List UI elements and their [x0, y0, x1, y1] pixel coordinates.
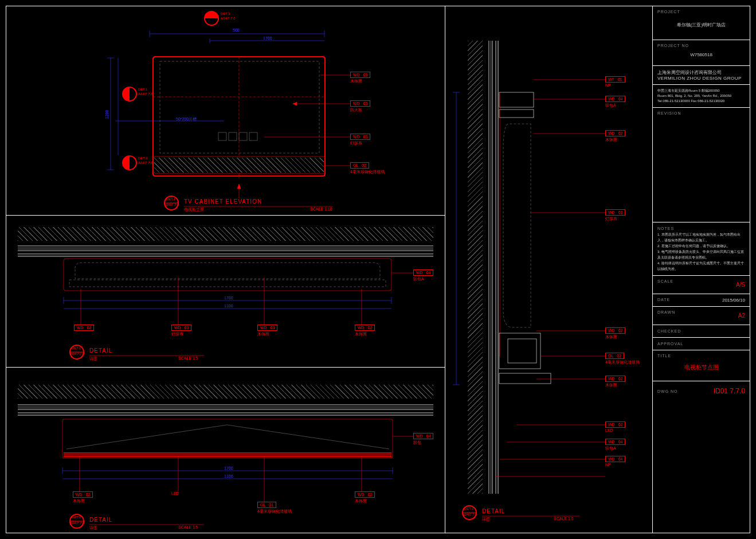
tag-d9s: 软包A	[605, 446, 616, 451]
drawn-label: DRAWN	[657, 310, 675, 321]
svg-rect-62	[499, 373, 551, 384]
marker-top-r: A04/7.7.0	[221, 17, 236, 21]
marker-top	[204, 11, 219, 26]
tag-d2: WD04	[605, 96, 625, 102]
svg-rect-58	[499, 92, 534, 107]
dim-w1: 500	[233, 28, 240, 32]
svg-rect-10	[160, 61, 319, 153]
svg-rect-14	[229, 132, 237, 140]
tag-c1s: 软包	[413, 440, 421, 446]
tag-c2s: 木饰面	[73, 498, 85, 504]
tag-d1s: NP	[605, 83, 611, 87]
v4-sub: 详图	[482, 517, 490, 522]
firm-cn: 上海朱周空间设计咨询有限公司	[657, 69, 745, 76]
hatch-base	[154, 158, 324, 173]
view3: 1700 1100 WD04软包 WD02木饰面 GL014毫米厚钢化清玻璃 W…	[6, 368, 445, 534]
v2-mid: 1700	[224, 296, 233, 300]
tag-d1: WT01	[605, 76, 625, 83]
svg-rect-60	[499, 333, 540, 369]
tag-b4s: 木饰面	[355, 331, 367, 337]
view1-svg	[6, 6, 445, 216]
svg-rect-61	[508, 339, 536, 363]
v2-sub: 详图	[89, 356, 97, 362]
tag-a2: WD03	[350, 100, 370, 107]
v4-title: DETAIL	[482, 508, 505, 514]
v2-ref: A04/7.7.0	[70, 352, 85, 356]
tag-c1: WD04	[413, 433, 433, 439]
tag-a1: WD03	[350, 72, 370, 78]
dwgno-label: DWG NO	[657, 389, 678, 393]
view2: 1700 1100 WD02 WD03灯膜布 WD03木饰面 WD02木饰面 W…	[6, 216, 445, 368]
addr2: Room 801, Bldg. 2, No. 285, YanAn Rd., 2…	[657, 93, 745, 99]
v3-mid: 1700	[224, 466, 233, 470]
date-val: 2015/06/10	[722, 298, 745, 303]
v1-scale: SCALE 1:10	[310, 207, 332, 211]
svg-marker-24	[237, 184, 241, 189]
v3-led: LED	[171, 491, 179, 495]
tag-b2s: 灯膜布	[171, 331, 183, 337]
tag-c2: WD02	[73, 491, 93, 498]
tag-d10s: NP	[605, 463, 611, 467]
svg-rect-15	[239, 132, 247, 140]
tag-d6s: 4毫米厚钢化清玻璃	[605, 360, 640, 365]
firm-en: VERMILION ZHOU DESIGN GROUP	[657, 76, 745, 81]
tag-d4: WD03	[605, 209, 625, 216]
dim-w2: 1700	[263, 36, 272, 40]
tag-b5: WD02	[74, 325, 94, 331]
v3-sub: 详图	[89, 525, 97, 531]
dwg-no: ID01 7.7.0	[714, 385, 745, 397]
tag-c3s: 4毫米厚钢化清玻璃	[257, 509, 292, 514]
date-label: DATE	[657, 298, 670, 303]
note2: 2. 若施工过程中有任何问题，请予以反馈确认。	[657, 243, 745, 249]
dim-h2: 1200	[105, 110, 109, 119]
tag-d8: WD02	[605, 421, 625, 428]
svg-rect-16	[249, 132, 257, 140]
project-no: W7580518	[657, 48, 745, 62]
tag-a3: WD03	[350, 134, 370, 140]
checked-label: CHECKED	[657, 329, 681, 333]
tag-d5: WD02	[605, 327, 625, 334]
v4-ref: A04/7.7.0	[463, 513, 477, 517]
tag-b2: WD03	[171, 325, 191, 331]
tag-d5s: 木饰面	[605, 334, 617, 340]
projectno-label: PROJECT NO	[657, 44, 745, 48]
tag-d7s: 木饰面	[605, 382, 617, 388]
tag-d4s: 灯膜布	[605, 216, 617, 222]
title-block: PROJECT 希尔顿(三亚)明时广场店 PROJECT NO W7580518…	[652, 6, 750, 533]
dim-slot: 50*200开槽	[176, 116, 197, 122]
note3: 3. 电气照明设备及防火喷头、中央空调出回风口施工位置及关联设备请参照相关专业图…	[657, 249, 745, 260]
revision-label: REVISION	[657, 111, 745, 115]
scale-val: A/S	[736, 279, 745, 290]
drawn-val: A2	[738, 310, 745, 321]
v3-scale: SCALE 1:5	[178, 525, 198, 529]
v3-svg	[6, 368, 445, 534]
tag-b3s: 木饰面	[257, 331, 269, 337]
v1-mk: DET.1	[166, 197, 175, 201]
tag-b4: WD02	[355, 325, 375, 331]
project-name: 希尔顿(三亚)明时广场店	[657, 14, 745, 36]
v1-title: TV CABINET ELEVATION	[184, 198, 262, 205]
marker-left2	[122, 155, 137, 170]
marker-top-t: DET.3	[221, 12, 230, 16]
tag-a3s: 灯膜布	[350, 140, 362, 146]
v2-scale: SCALE 1:5	[178, 356, 198, 360]
svg-marker-20	[293, 102, 297, 106]
tag-d6: GL02	[605, 353, 624, 359]
tag-d9: WD04	[605, 439, 625, 445]
svg-rect-31	[69, 280, 386, 287]
v3-mk: DET.2	[72, 515, 81, 520]
addr1: 中国上海市延安西路Room 5 邮编200050	[657, 88, 745, 93]
tag-d10: WD04	[605, 456, 625, 462]
tag-c4s: 木饰面	[355, 498, 367, 504]
v4-mk: DET.3	[464, 507, 473, 511]
tag-b1: WD04	[413, 270, 433, 276]
drawing-title: 电视柜节点图	[657, 358, 745, 377]
note4: 4. 除特殊说明外所标尺寸皆为完成面尺寸。平面主要尺寸以轴线为准。	[657, 260, 745, 272]
v1-sub: 电视柜立面	[184, 207, 204, 213]
project-label: PROJECT	[657, 10, 745, 14]
marker-l2-t: DET.2	[138, 157, 147, 161]
view1: 500 1700 1200 50*200开槽 DET.3 A04/7.7.0 D…	[6, 6, 445, 216]
v4-scale: SCALE 1:5	[554, 517, 574, 521]
tag-d3s: 木饰面	[605, 137, 617, 143]
marker-left1	[122, 87, 137, 101]
